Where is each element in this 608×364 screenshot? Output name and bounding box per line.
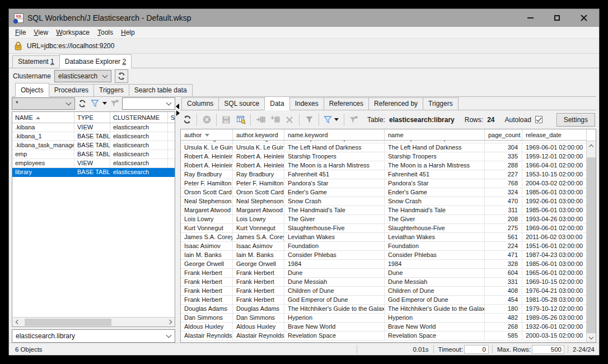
clustername-select[interactable]: elasticsearch xyxy=(54,70,111,82)
cell: Revelation Space xyxy=(284,332,385,340)
settings-button[interactable]: Settings xyxy=(556,113,595,127)
table-row[interactable]: Iain M. BanksIain M. BanksConsider Phleb… xyxy=(181,251,586,260)
table-row[interactable]: .kibana_task_managerBASE TABLEelasticsea… xyxy=(12,141,175,150)
table-row[interactable]: Ray BradburyRay BradburyFahrenheit 451Fa… xyxy=(181,170,586,179)
column-header-clustername[interactable]: CLUSTERNAME xyxy=(110,112,168,123)
table-row[interactable]: Neal StephensonNeal StephensonSnow Crash… xyxy=(181,197,586,206)
timeout-input[interactable]: 0 xyxy=(464,345,489,354)
selected-object-dropdown[interactable]: elasticsearch.library xyxy=(12,329,175,343)
scroll-right-arrow[interactable] xyxy=(166,318,175,326)
cell: 304 xyxy=(485,143,522,152)
cell: BASE TABLE xyxy=(74,150,110,159)
tab-search-table-data[interactable]: Search table data xyxy=(129,84,193,96)
cell: Lois Lowry xyxy=(181,215,233,224)
table-row[interactable]: Dan SimmonsDan SimmonsHyperionHyperion48… xyxy=(181,314,586,323)
table-row[interactable]: James S.A. CoreyJames S.A. CoreyLeviatha… xyxy=(181,233,586,242)
tab-data[interactable]: Data xyxy=(264,97,289,110)
column-header-author-keyword[interactable]: author.keyword xyxy=(233,129,284,140)
filter-button[interactable] xyxy=(90,99,100,109)
tab-sql-source[interactable]: SQL source xyxy=(218,97,265,110)
table-row[interactable]: Kurt VonnegutKurt VonnegutSlaughterhouse… xyxy=(181,224,586,233)
collapse-right-icon[interactable] xyxy=(176,110,180,116)
filter-dropdown-arrow[interactable] xyxy=(334,118,339,121)
table-row[interactable]: Frank HerbertFrank HerbertChildren of Du… xyxy=(181,287,586,296)
reset-filter-button[interactable] xyxy=(110,99,120,109)
table-row[interactable]: George OrwellGeorge Orwell19841984328198… xyxy=(181,260,586,269)
table-row[interactable]: .kibana_1BASE TABLEelasticsearch xyxy=(12,132,175,141)
max-rows-input[interactable]: 500 xyxy=(532,345,564,354)
tab-objects[interactable]: Objects xyxy=(15,83,49,97)
table-row[interactable]: .kibanaVIEWelasticsearch xyxy=(12,123,175,132)
objects-horizontal-scrollbar[interactable] xyxy=(12,317,175,326)
autoload-label: Autoload xyxy=(504,116,531,124)
table-row[interactable]: Douglas AdamsDouglas AdamsThe Hitchhiker… xyxy=(181,305,586,314)
filter-data-button[interactable] xyxy=(322,113,341,127)
reload-cluster-button[interactable] xyxy=(115,69,128,83)
table-row[interactable]: Frank HerbertFrank HerbertGod Emperor of… xyxy=(181,296,586,305)
reload-objects-button[interactable] xyxy=(77,99,87,109)
delete-row-icon xyxy=(285,115,294,124)
tab-columns[interactable]: Columns xyxy=(181,97,219,110)
scroll-down-arrow[interactable] xyxy=(587,333,596,342)
cell: 1976-04-21 03:00:00 xyxy=(522,287,586,296)
refresh-data-button[interactable] xyxy=(180,113,194,127)
table-row[interactable]: employeesVIEWelasticsearch xyxy=(12,159,175,168)
minimize-button[interactable] xyxy=(525,13,535,23)
split-divider[interactable] xyxy=(175,97,180,343)
table-row[interactable]: Orson Scott CardOrson Scott CardEnder's … xyxy=(181,188,586,197)
data-vertical-scrollbar[interactable] xyxy=(586,129,596,342)
table-row[interactable]: libraryBASE TABLEelasticsearch xyxy=(12,168,175,177)
tab-references[interactable]: References xyxy=(324,97,369,110)
table-row[interactable]: Peter F. HamiltonPeter F. HamiltonPandor… xyxy=(181,179,586,188)
tab-procedures[interactable]: Procedures xyxy=(49,84,94,96)
table-row[interactable]: Lois LowryLois LowryThe GiverThe Giver20… xyxy=(181,215,586,224)
scroll-left-arrow[interactable] xyxy=(12,318,21,326)
column-header-schema[interactable]: S xyxy=(168,112,175,123)
menu-help[interactable]: Help xyxy=(117,27,139,38)
menu-tools[interactable]: Tools xyxy=(93,27,117,38)
column-header-page-count[interactable]: page_count xyxy=(485,129,522,140)
column-header-name-keyword[interactable]: name.keyword xyxy=(284,129,385,140)
cell: Dune xyxy=(284,269,385,278)
table-row[interactable]: Isaac AsimovIsaac AsimovFoundationFounda… xyxy=(181,242,586,251)
column-header-name[interactable]: NAME xyxy=(12,112,74,123)
menu-file[interactable]: File xyxy=(11,27,30,38)
tab-triggers-detail[interactable]: Triggers xyxy=(423,97,459,110)
tab-indexes[interactable]: Indexes xyxy=(289,97,324,110)
scrollbar-thumb[interactable] xyxy=(587,157,596,333)
name-filter-combobox[interactable]: * xyxy=(12,97,75,110)
maximize-button[interactable] xyxy=(552,13,562,23)
update-database-button[interactable] xyxy=(234,113,247,127)
cell xyxy=(168,150,175,159)
tab-statement-1[interactable]: Statement 1 xyxy=(12,55,60,68)
table-row[interactable]: Alastair ReynoldsAlastair ReynoldsRevela… xyxy=(181,332,586,340)
menu-view[interactable]: View xyxy=(30,27,52,38)
column-header-name[interactable]: name xyxy=(385,129,485,140)
scroll-up-arrow[interactable] xyxy=(587,141,596,150)
table-row[interactable]: Frank HerbertFrank HerbertDune MessiahDu… xyxy=(181,278,586,287)
cell: Aldous Huxley xyxy=(181,323,233,332)
filter-dropdown-arrow[interactable] xyxy=(102,102,107,105)
cell: James S.A. Corey xyxy=(233,233,284,242)
table-row[interactable]: empBASE TABLEelasticsearch xyxy=(12,150,175,159)
table-row[interactable]: Robert A. HeinleinRobert A. HeinleinStar… xyxy=(181,152,586,161)
column-header-type[interactable]: TYPE xyxy=(74,112,110,123)
table-row[interactable]: Margaret AtwoodMargaret AtwoodThe Handma… xyxy=(181,206,586,215)
object-search-combobox[interactable] xyxy=(122,97,175,110)
menu-workspace[interactable]: Workspace xyxy=(52,27,93,38)
tab-database-explorer-2[interactable]: Database Explorer 2 xyxy=(59,54,132,68)
refresh-icon xyxy=(78,99,87,108)
tab-referenced-by[interactable]: Referenced by xyxy=(368,97,423,110)
table-row[interactable]: Robert A. HeinleinRobert A. HeinleinThe … xyxy=(181,161,586,170)
lock-icon xyxy=(14,41,22,50)
column-header-author[interactable]: author xyxy=(181,129,233,140)
close-button[interactable] xyxy=(579,13,589,23)
collapse-left-icon[interactable] xyxy=(176,104,179,109)
table-row[interactable]: Ursula K. Le GuinUrsula K. Le GuinThe Le… xyxy=(181,143,586,152)
table-row[interactable]: Aldous HuxleyAldous HuxleyBrave New Worl… xyxy=(181,323,586,332)
table-row[interactable]: Frank HerbertFrank HerbertDuneDune604196… xyxy=(181,269,586,278)
tab-triggers[interactable]: Triggers xyxy=(93,84,129,96)
autoload-checkbox[interactable] xyxy=(535,116,542,123)
column-header-release-date[interactable]: release_date xyxy=(522,129,586,140)
scrollbar-thumb[interactable] xyxy=(25,319,111,326)
